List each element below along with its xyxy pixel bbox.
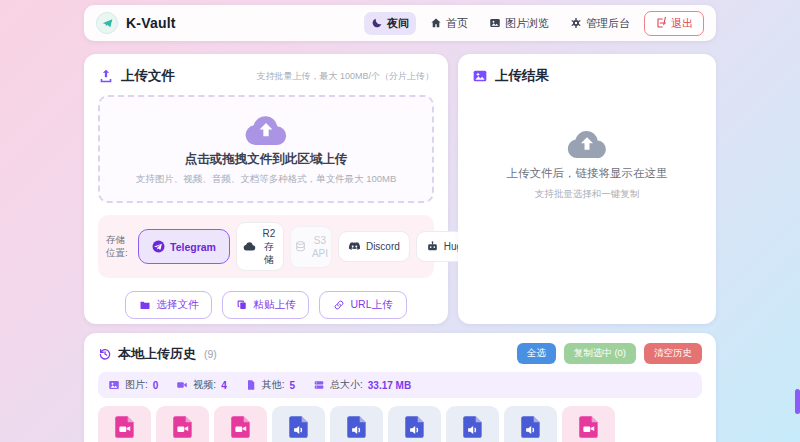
cloud-icon bbox=[243, 240, 256, 253]
brand: K-Vault bbox=[96, 12, 176, 34]
nav-home[interactable]: 首页 bbox=[423, 12, 475, 35]
file-card[interactable]: MP3 bbox=[446, 406, 499, 442]
audio-file-icon bbox=[286, 414, 312, 440]
clear-history-button[interactable]: 清空历史 bbox=[644, 343, 702, 364]
storage-option-telegram[interactable]: Telegram bbox=[138, 229, 230, 264]
file-card[interactable]: MP3 bbox=[388, 406, 441, 442]
discord-icon bbox=[348, 240, 361, 253]
result-panel: 上传结果 上传文件后，链接将显示在这里 支持批量选择和一键复制 bbox=[458, 54, 716, 324]
image-icon bbox=[489, 17, 501, 29]
history-file-grid: MP4 MP4 MP4 MP3 MP3 MP3 bbox=[98, 406, 702, 442]
main-row: 上传文件 支持批量上传，最大 100MB/个（分片上传） 点击或拖拽文件到此区域… bbox=[84, 54, 716, 324]
dropzone-subtitle: 支持图片、视频、音频、文档等多种格式，单文件最大 100MB bbox=[136, 173, 397, 186]
stat-videos: 视频: 4 bbox=[176, 378, 226, 392]
video-file-icon bbox=[112, 414, 138, 440]
app-title: K-Vault bbox=[126, 15, 176, 31]
history-panel: 本地上传历史 (9) 全选 复制选中 (0) 清空历史 图片: 0 视频: 4 bbox=[84, 333, 716, 442]
nav-admin[interactable]: 管理后台 bbox=[563, 12, 637, 35]
cloud-upload-icon bbox=[243, 112, 289, 146]
moon-icon bbox=[371, 17, 383, 29]
database-icon bbox=[294, 240, 307, 253]
stat-total-size: 总大小: 33.17 MB bbox=[313, 378, 411, 392]
app-logo-icon bbox=[96, 12, 118, 34]
audio-file-icon bbox=[344, 414, 370, 440]
gear-icon bbox=[570, 17, 582, 29]
paste-icon bbox=[236, 299, 248, 311]
history-count: (9) bbox=[204, 348, 217, 360]
file-card[interactable]: MP4 bbox=[156, 406, 209, 442]
file-card[interactable]: MP4 bbox=[214, 406, 267, 442]
image-icon bbox=[108, 379, 120, 391]
telegram-icon bbox=[152, 240, 165, 253]
logout-button[interactable]: 退出 bbox=[644, 11, 704, 36]
page-scrollbar-thumb[interactable] bbox=[795, 389, 800, 414]
result-empty-state: 上传文件后，链接将显示在这里 支持批量选择和一键复制 bbox=[472, 127, 702, 201]
disk-icon bbox=[313, 379, 325, 391]
upload-panel-title: 上传文件 bbox=[98, 67, 175, 85]
copy-selected-button[interactable]: 复制选中 (0) bbox=[564, 343, 636, 364]
app-container: K-Vault 夜间 首页 图片浏览 管理后台 退出 bbox=[84, 5, 716, 442]
audio-file-icon bbox=[518, 414, 544, 440]
photo-icon bbox=[472, 68, 488, 84]
dropzone-title: 点击或拖拽文件到此区域上传 bbox=[185, 151, 348, 168]
stat-images: 图片: 0 bbox=[108, 378, 158, 392]
file-card[interactable]: MP3 bbox=[504, 406, 557, 442]
select-all-button[interactable]: 全选 bbox=[517, 343, 556, 364]
video-file-icon bbox=[170, 414, 196, 440]
result-panel-title: 上传结果 bbox=[472, 67, 702, 85]
upload-hint: 支持批量上传，最大 100MB/个（分片上传） bbox=[256, 70, 434, 83]
storage-option-discord[interactable]: Discord bbox=[338, 231, 410, 262]
upload-actions: 选择文件 粘贴上传 URL上传 bbox=[98, 291, 434, 319]
empty-title: 上传文件后，链接将显示在这里 bbox=[507, 166, 668, 181]
logout-icon bbox=[655, 17, 667, 29]
empty-subtitle: 支持批量选择和一键复制 bbox=[535, 188, 640, 201]
file-card[interactable]: MP3 bbox=[272, 406, 325, 442]
history-title: 本地上传历史 (9) bbox=[98, 345, 217, 363]
nav-image-browse[interactable]: 图片浏览 bbox=[482, 12, 556, 35]
folder-icon bbox=[139, 299, 151, 311]
paste-upload-button[interactable]: 粘贴上传 bbox=[222, 291, 309, 319]
storage-label: 存储位置: bbox=[106, 234, 130, 260]
file-icon bbox=[245, 379, 257, 391]
file-card[interactable]: MP3 bbox=[330, 406, 383, 442]
nav-night-mode[interactable]: 夜间 bbox=[364, 12, 416, 35]
audio-file-icon bbox=[402, 414, 428, 440]
storage-selector: 存储位置: Telegram R2 存储 S3 API bbox=[98, 215, 434, 278]
video-file-icon bbox=[576, 414, 602, 440]
cloud-icon bbox=[565, 127, 609, 159]
select-file-button[interactable]: 选择文件 bbox=[125, 291, 212, 319]
video-file-icon bbox=[228, 414, 254, 440]
file-dropzone[interactable]: 点击或拖拽文件到此区域上传 支持图片、视频、音频、文档等多种格式，单文件最大 1… bbox=[98, 95, 434, 203]
storage-option-r2[interactable]: R2 存储 bbox=[236, 222, 284, 271]
file-card[interactable]: MP4 bbox=[562, 406, 615, 442]
history-icon bbox=[98, 347, 112, 361]
stat-others: 其他: 5 bbox=[245, 378, 295, 392]
link-icon bbox=[333, 299, 345, 311]
audio-file-icon bbox=[460, 414, 486, 440]
video-icon bbox=[176, 379, 188, 391]
robot-icon bbox=[426, 240, 439, 253]
history-stats-bar: 图片: 0 视频: 4 其他: 5 总大小: 33.17 MB bbox=[98, 372, 702, 398]
storage-option-s3: S3 API bbox=[290, 226, 332, 268]
top-navbar: K-Vault 夜间 首页 图片浏览 管理后台 退出 bbox=[84, 5, 716, 41]
home-icon bbox=[430, 17, 442, 29]
upload-icon bbox=[98, 68, 114, 84]
url-upload-button[interactable]: URL上传 bbox=[319, 291, 406, 319]
file-card[interactable]: MP4 bbox=[98, 406, 151, 442]
upload-panel: 上传文件 支持批量上传，最大 100MB/个（分片上传） 点击或拖拽文件到此区域… bbox=[84, 54, 448, 324]
nav-menu: 夜间 首页 图片浏览 管理后台 退出 bbox=[364, 11, 704, 36]
